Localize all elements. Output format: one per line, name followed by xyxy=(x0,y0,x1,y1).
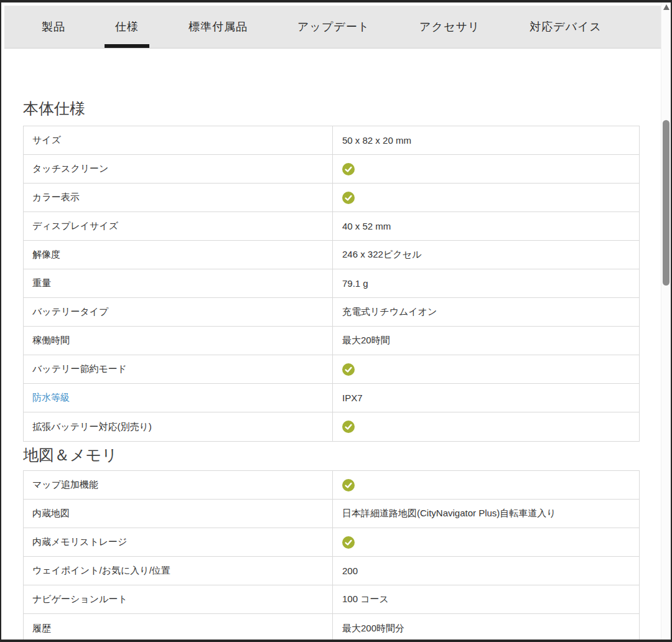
spec-label-cell: 重量 xyxy=(24,269,333,297)
spec-label-cell: サイズ xyxy=(24,126,333,154)
spec-value-cell: 40 x 52 mm xyxy=(333,212,639,240)
spec-label-cell: バッテリータイプ xyxy=(24,298,333,326)
check-icon xyxy=(342,163,355,175)
table-row: 解像度246 x 322ピクセル xyxy=(24,241,639,269)
scrollbar-thumb[interactable] xyxy=(663,120,670,286)
tab-compatible-devices[interactable]: 対応デバイス xyxy=(530,6,602,48)
table-row: ウェイポイント/お気に入り/位置200 xyxy=(24,557,639,585)
tab-specifications[interactable]: 仕様 xyxy=(115,6,139,48)
table-row: 拡張バッテリー対応(別売り) xyxy=(24,412,639,441)
table-row: タッチスクリーン xyxy=(24,155,639,184)
spec-label-cell: ディスプレイサイズ xyxy=(24,212,333,240)
spec-value-cell: 最大20時間 xyxy=(333,327,639,355)
check-icon xyxy=(342,363,355,376)
tab-updates[interactable]: アップデート xyxy=(297,6,370,48)
tab-accessories[interactable]: アクセサリ xyxy=(419,6,480,48)
spec-label-cell: 内蔵メモリストレージ xyxy=(24,528,333,556)
spec-value-cell: 日本詳細道路地図(CityNavigator Plus)自転車道入り xyxy=(333,500,639,528)
table-row: 履歴最大200時間分 xyxy=(24,614,639,640)
spec-value-cell xyxy=(333,528,639,556)
spec-table: サイズ50 x 82 x 20 mmタッチスクリーンカラー表示ディスプレイサイズ… xyxy=(23,126,640,442)
spec-value-cell: 最大200時間分 xyxy=(333,614,639,640)
spec-label-cell: マップ追加機能 xyxy=(24,471,333,499)
table-row: サイズ50 x 82 x 20 mm xyxy=(24,126,639,155)
tab-product[interactable]: 製品 xyxy=(42,6,65,48)
spec-value-cell: 充電式リチウムイオン xyxy=(333,298,639,326)
table-row: ナビゲーションルート100 コース xyxy=(24,585,639,614)
table-row: 稼働時間最大20時間 xyxy=(24,327,639,355)
spec-label-cell: バッテリー節約モード xyxy=(24,355,333,383)
table-row: ディスプレイサイズ40 x 52 mm xyxy=(24,212,639,241)
spec-label-cell: 防水等級 xyxy=(24,384,333,412)
table-row: 防水等級IPX7 xyxy=(24,384,639,412)
check-icon xyxy=(342,421,355,433)
spec-label-cell: タッチスクリーン xyxy=(24,155,333,183)
scrollbar-up-arrow-icon[interactable] xyxy=(663,4,670,10)
product-tab-bar: 製品 仕様 標準付属品 アップデート アクセサリ 対応デバイス xyxy=(4,6,661,49)
spec-value-cell xyxy=(333,184,639,212)
check-icon xyxy=(342,536,355,549)
section-title: 地図＆メモリ xyxy=(23,445,661,464)
vertical-scrollbar[interactable] xyxy=(661,2,671,640)
spec-value-cell: 50 x 82 x 20 mm xyxy=(333,126,639,154)
table-row: 内蔵メモリストレージ xyxy=(24,528,639,557)
spec-label-cell: ナビゲーションルート xyxy=(24,585,333,613)
spec-label-cell: カラー表示 xyxy=(24,184,333,212)
spec-table: マップ追加機能内蔵地図日本詳細道路地図(CityNavigator Plus)自… xyxy=(23,470,640,640)
spec-value-cell: 200 xyxy=(333,557,639,585)
spec-label-cell: 内蔵地図 xyxy=(24,500,333,528)
spec-label-cell: 稼働時間 xyxy=(24,327,333,355)
check-icon xyxy=(342,479,355,491)
spec-label-cell: ウェイポイント/お気に入り/位置 xyxy=(24,557,333,585)
tab-in-the-box[interactable]: 標準付属品 xyxy=(189,6,248,48)
section-title: 本体仕様 xyxy=(23,99,661,118)
spec-value-cell xyxy=(333,155,639,183)
spec-content: 本体仕様サイズ50 x 82 x 20 mmタッチスクリーンカラー表示ディスプレ… xyxy=(1,49,661,640)
spec-value-cell xyxy=(333,355,639,383)
table-row: カラー表示 xyxy=(24,184,639,212)
table-row: バッテリー節約モード xyxy=(24,355,639,384)
spec-value-cell: IPX7 xyxy=(333,384,639,412)
table-row: バッテリータイプ充電式リチウムイオン xyxy=(24,298,639,327)
spec-label-cell: 解像度 xyxy=(24,241,333,269)
spec-label-link[interactable]: 防水等級 xyxy=(32,392,70,404)
spec-value-cell xyxy=(333,412,639,441)
browser-page: 製品 仕様 標準付属品 アップデート アクセサリ 対応デバイス 本体仕様サイズ5… xyxy=(0,0,672,642)
spec-value-cell: 79.1 g xyxy=(333,269,639,297)
spec-value-cell: 100 コース xyxy=(333,585,639,613)
table-row: 重量79.1 g xyxy=(24,269,639,298)
table-row: マップ追加機能 xyxy=(24,471,639,500)
check-icon xyxy=(342,192,355,204)
spec-value-cell: 246 x 322ピクセル xyxy=(333,241,639,269)
table-row: 内蔵地図日本詳細道路地図(CityNavigator Plus)自転車道入り xyxy=(24,500,639,528)
spec-label-cell: 履歴 xyxy=(24,614,333,640)
spec-value-cell xyxy=(333,471,639,499)
spec-label-cell: 拡張バッテリー対応(別売り) xyxy=(24,412,333,441)
